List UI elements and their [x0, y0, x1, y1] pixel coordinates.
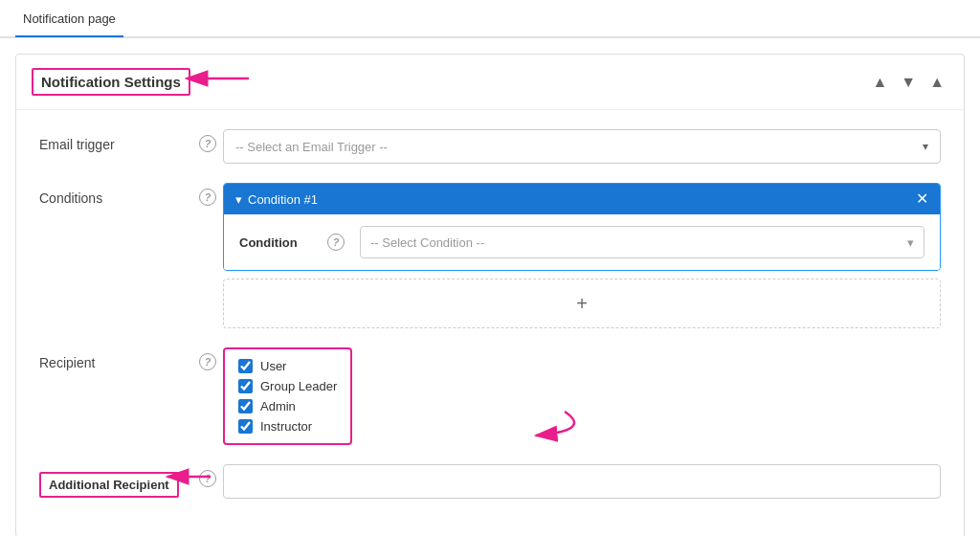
- recipient-admin-label: Admin: [260, 399, 296, 413]
- recipient-group-leader-checkbox[interactable]: [238, 379, 253, 393]
- recipient-group-leader: Group Leader: [238, 379, 337, 393]
- recipient-instructor-label: Instructor: [260, 419, 312, 434]
- additional-recipient-row: Additional Recipient ?: [39, 464, 941, 499]
- form-body: Email trigger ? -- Select an Email Trigg…: [16, 110, 964, 536]
- recipient-label: Recipient: [39, 347, 192, 370]
- email-trigger-help[interactable]: ?: [192, 129, 223, 152]
- recipient-user: User: [238, 359, 337, 373]
- conditions-help-icon[interactable]: ?: [199, 189, 216, 206]
- email-trigger-help-icon[interactable]: ?: [199, 135, 216, 152]
- condition-select-chevron: ▾: [907, 235, 914, 250]
- email-trigger-chevron: ▾: [923, 140, 928, 153]
- conditions-label: Conditions: [39, 183, 192, 206]
- recipient-instructor-checkbox[interactable]: [238, 419, 253, 434]
- additional-recipient-help-icon[interactable]: ?: [199, 470, 216, 487]
- additional-recipient-control: [223, 464, 941, 499]
- email-trigger-row: Email trigger ? -- Select an Email Trigg…: [39, 129, 941, 164]
- add-condition-button[interactable]: +: [223, 279, 941, 328]
- add-icon: +: [576, 293, 588, 315]
- condition-field-label: Condition: [239, 235, 316, 250]
- condition-select[interactable]: -- Select Condition -- ▾: [360, 226, 924, 258]
- email-trigger-control: -- Select an Email Trigger -- ▾: [223, 129, 941, 164]
- recipient-admin: Admin: [238, 399, 337, 413]
- recipient-help-icon[interactable]: ?: [199, 353, 216, 370]
- email-trigger-select[interactable]: -- Select an Email Trigger -- ▾: [223, 129, 941, 164]
- condition-title: Condition #1: [248, 192, 318, 207]
- additional-recipient-form-label: Additional Recipient: [39, 464, 192, 498]
- recipient-user-label: User: [260, 359, 286, 373]
- email-trigger-placeholder: -- Select an Email Trigger --: [235, 140, 388, 154]
- section-title: Notification Settings: [32, 68, 190, 96]
- condition-block: ▾ Condition #1 ✕ Condition ?: [223, 183, 941, 271]
- recipient-group-leader-label: Group Leader: [260, 379, 337, 393]
- recipient-box: User Group Leader Admin: [223, 347, 352, 445]
- recipient-control: User Group Leader Admin: [223, 347, 941, 445]
- tab-notification-page[interactable]: Notification page: [15, 2, 123, 37]
- email-trigger-label: Email trigger: [39, 129, 192, 152]
- main-content: Notification Settings ▲ ▼ ▲ Email trigge…: [0, 38, 980, 536]
- section-header: Notification Settings ▲ ▼ ▲: [16, 55, 964, 110]
- section-controls: ▲ ▼ ▲: [868, 72, 948, 93]
- tab-bar: Notification page: [0, 0, 980, 38]
- condition-field-help-icon[interactable]: ?: [327, 234, 345, 251]
- additional-recipient-input[interactable]: [223, 464, 941, 499]
- additional-recipient-label: Additional Recipient: [39, 472, 179, 498]
- condition-header: ▾ Condition #1 ✕: [224, 184, 940, 214]
- section-down-button[interactable]: ▼: [897, 72, 920, 93]
- section-expand-button[interactable]: ▲: [925, 72, 948, 93]
- condition-inner: Condition ? -- Select Condition -- ▾: [224, 214, 940, 270]
- additional-recipient-help[interactable]: ?: [192, 464, 223, 487]
- condition-inner-row: Condition ? -- Select Condition -- ▾: [239, 226, 924, 258]
- condition-select-placeholder: -- Select Condition --: [370, 235, 484, 250]
- condition-header-left: ▾ Condition #1: [235, 192, 318, 207]
- condition-close-button[interactable]: ✕: [916, 191, 928, 207]
- condition-chevron-icon: ▾: [235, 192, 242, 207]
- section-up-button[interactable]: ▲: [868, 72, 891, 93]
- conditions-control: ▾ Condition #1 ✕ Condition ?: [223, 183, 941, 328]
- conditions-row: Conditions ? ▾ Condition #1: [39, 183, 941, 328]
- section-card: Notification Settings ▲ ▼ ▲ Email trigge…: [15, 54, 965, 536]
- recipient-help[interactable]: ?: [192, 347, 223, 370]
- recipient-user-checkbox[interactable]: [238, 359, 253, 373]
- recipient-instructor: Instructor: [238, 419, 337, 434]
- conditions-help[interactable]: ?: [192, 183, 223, 206]
- recipient-admin-checkbox[interactable]: [238, 399, 253, 413]
- recipient-row: Recipient ? User Group Leader: [39, 347, 941, 445]
